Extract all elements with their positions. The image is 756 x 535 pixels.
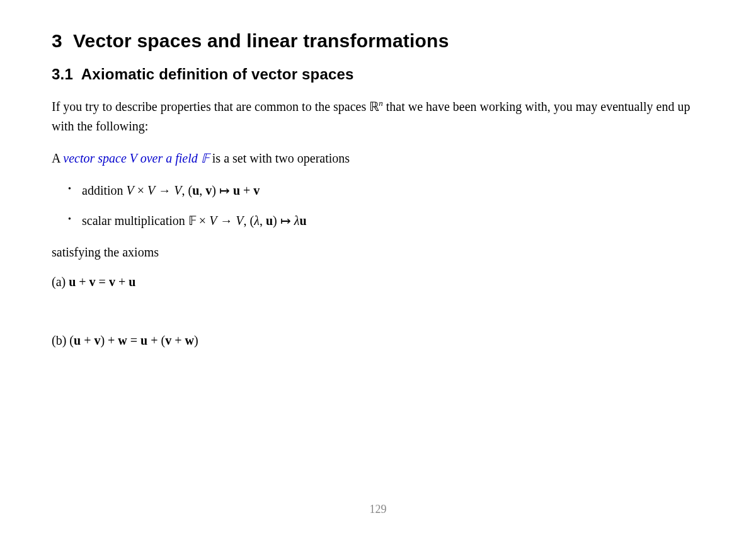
plus-symbol4: +: [171, 333, 185, 347]
mapsto-symbol: ↦: [277, 214, 294, 227]
times-symbol: ×: [134, 183, 147, 197]
times-symbol: ×: [196, 214, 209, 227]
op-scal-V2: V: [236, 214, 243, 227]
operation-addition: addition V × V → V, (u, v) ↦ u + v: [82, 181, 704, 200]
op-scal-V1: V: [209, 214, 217, 227]
op-add-V1: V: [127, 183, 134, 197]
axiom-a-label: (a): [52, 275, 69, 289]
subsection-title: Axiomatic definition of vector spaces: [81, 66, 354, 83]
op-add-V2: V: [147, 183, 155, 197]
vec-u: u: [69, 275, 76, 289]
lambda: λ: [254, 214, 260, 227]
vec-w2: w: [185, 333, 193, 347]
intro-paragraph: If you try to describe properties that a…: [52, 97, 704, 136]
vec-u: u: [74, 333, 81, 347]
open-paren: (: [69, 333, 74, 347]
close-paren: ): [212, 183, 216, 197]
section-heading: 3 Vector spaces and linear transformatio…: [52, 30, 704, 52]
vec-u: u: [192, 183, 199, 197]
axiom-b-label: (b): [52, 333, 69, 347]
vec-u2: u: [233, 183, 240, 197]
vec-u2: u: [299, 214, 306, 227]
open-paren: , (: [181, 183, 192, 197]
plus-symbol: +: [240, 183, 253, 197]
def-lead: A: [52, 151, 63, 165]
def-tail: is a set with two operations: [209, 151, 350, 165]
equals-symbol: =: [96, 275, 109, 289]
field-symbol: 𝔽: [188, 214, 196, 227]
section-title: Vector spaces and linear transformations: [73, 30, 449, 51]
plus-symbol: +: [76, 275, 89, 289]
plus-symbol3: +: [147, 333, 161, 347]
vec-v: v: [89, 275, 96, 289]
arrow-symbol: →: [155, 183, 174, 197]
vec-w: w: [118, 333, 127, 347]
mapsto-symbol: ↦: [216, 183, 233, 197]
plus-symbol2: +: [105, 333, 118, 347]
axiom-a: (a) u + v = v + u: [52, 275, 704, 289]
op-add-label: addition: [82, 183, 127, 197]
page-content: 3 Vector spaces and linear transformatio…: [0, 0, 756, 348]
definition-line: A vector space V over a field 𝔽 is a set…: [52, 149, 704, 168]
section-number: 3: [52, 30, 62, 51]
operations-list: addition V × V → V, (u, v) ↦ u + v scala…: [52, 181, 704, 230]
operation-scalar-mult: scalar multiplication 𝔽 × V → V, (λ, u) …: [82, 211, 704, 230]
intro-text-1: If you try to describe properties that a…: [52, 100, 369, 113]
subsection-heading: 3.1 Axiomatic definition of vector space…: [52, 66, 704, 83]
vec-v2: v: [253, 183, 260, 197]
vec-u2: u: [140, 333, 147, 347]
plus-symbol: +: [81, 333, 94, 347]
satisfying-line: satisfying the axioms: [52, 243, 704, 262]
def-term: vector space V over a field 𝔽: [63, 151, 209, 165]
vec-u2: u: [129, 275, 135, 289]
vec-v: v: [205, 183, 212, 197]
arrow-symbol: →: [217, 214, 236, 227]
comma: ,: [260, 214, 266, 227]
vec-u: u: [266, 214, 273, 227]
vec-v2: v: [109, 275, 115, 289]
op-add-V3: V: [174, 183, 181, 197]
plus-symbol2: +: [115, 275, 129, 289]
comma: ,: [199, 183, 205, 197]
vec-v2: v: [165, 333, 171, 347]
close-paren: ): [273, 214, 277, 227]
axiom-b: (b) (u + v) + w = u + (v + w): [52, 333, 704, 348]
close-paren2: ): [194, 333, 198, 347]
open-paren: , (: [244, 214, 255, 227]
op-scal-label: scalar multiplication: [82, 214, 188, 227]
page-number: 129: [0, 503, 756, 516]
subsection-number: 3.1: [52, 66, 73, 83]
vec-v: v: [94, 333, 100, 347]
equals-symbol: =: [127, 333, 140, 347]
real-numbers-symbol: ℝ: [369, 100, 379, 113]
